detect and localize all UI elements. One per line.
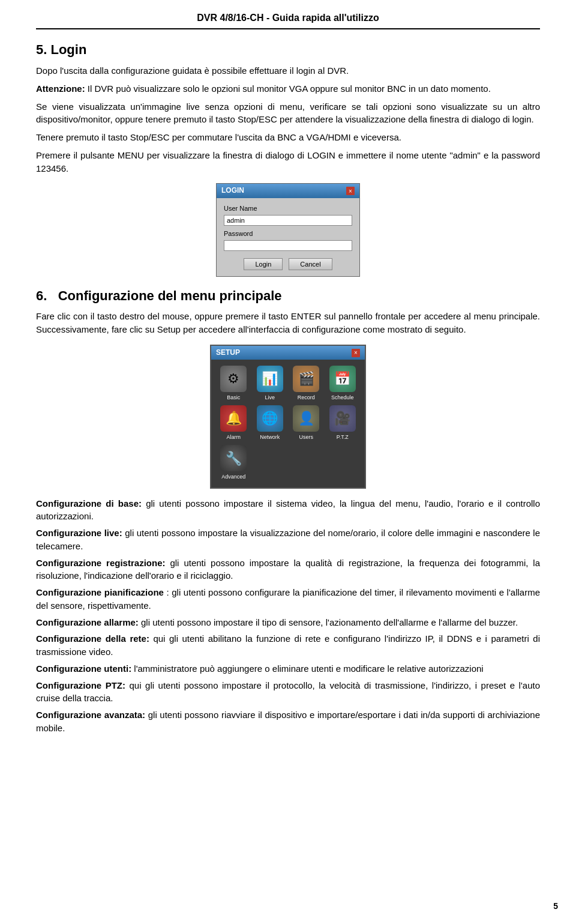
login-dialog: LOGIN × User Name Password Login Cancel: [216, 183, 360, 276]
setup-dialog: SETUP × ⚙ Basic 📊 Live 🎬 Record: [210, 345, 366, 489]
section-5-para2-rest: Il DVR può visualizzare solo le opzioni …: [85, 83, 491, 94]
live-label: Live: [265, 394, 275, 402]
config-ptz-bold: Configurazione PTZ:: [36, 680, 125, 690]
config-alarm-bold: Configurazione allarme:: [36, 617, 139, 627]
login-title: LOGIN: [221, 186, 244, 196]
config-list: Configurazione di base: gli utenti posso…: [36, 497, 540, 735]
config-basic-bold: Configurazione di base:: [36, 498, 142, 509]
config-advanced: Configurazione avanzata: gli utenti poss…: [36, 708, 540, 735]
login-title-bar: LOGIN ×: [217, 184, 359, 198]
users-icon: 👤: [293, 405, 319, 432]
config-alarm: Configurazione allarme: gli utenti posso…: [36, 616, 540, 629]
login-body: User Name Password Login Cancel: [217, 198, 359, 276]
config-schedule: Configurazione pianificazione : gli uten…: [36, 586, 540, 612]
basic-label: Basic: [227, 394, 240, 402]
login-close-button[interactable]: ×: [346, 187, 355, 195]
config-users: Configurazione utenti: l'amministratore …: [36, 662, 540, 675]
setup-item-alarm[interactable]: 🔔 Alarm: [217, 405, 250, 441]
section-5: 5. Login Dopo l'uscita dalla configurazi…: [36, 40, 540, 276]
setup-dialog-container: SETUP × ⚙ Basic 📊 Live 🎬 Record: [36, 345, 540, 489]
setup-title: SETUP: [216, 348, 240, 358]
section-5-heading: 5. Login: [36, 40, 540, 59]
advanced-label: Advanced: [221, 473, 245, 481]
setup-grid: ⚙ Basic 📊 Live 🎬 Record 📅 Schedule: [211, 360, 365, 487]
config-record: Configurazione registrazione: gli utenti…: [36, 557, 540, 583]
setup-item-schedule[interactable]: 📅 Schedule: [326, 366, 359, 402]
section-6-para1: Fare clic con il tasto destro del mouse,…: [36, 310, 540, 336]
config-basic: Configurazione di base: gli utenti posso…: [36, 497, 540, 524]
config-ptz: Configurazione PTZ: qui gli utenti posso…: [36, 679, 540, 705]
basic-icon: ⚙: [220, 366, 247, 392]
config-live: Configurazione live: gli utenti possono …: [36, 527, 540, 553]
config-alarm-rest: gli utenti possono impostare il tipo di …: [141, 617, 518, 627]
live-icon: 📊: [257, 366, 283, 392]
setup-title-bar: SETUP ×: [211, 346, 365, 360]
setup-item-advanced[interactable]: 🔧 Advanced: [220, 445, 247, 481]
config-network: Configurazione della rete: qui gli utent…: [36, 632, 540, 659]
section-6-heading: 6. Configurazione del menu principale: [36, 286, 540, 306]
advanced-icon: 🔧: [220, 445, 247, 471]
config-advanced-bold: Configurazione avanzata:: [36, 710, 145, 720]
section-5-para3: Se viene visualizzata un'immagine live s…: [36, 100, 540, 127]
section-6: 6. Configurazione del menu principale Fa…: [36, 286, 540, 735]
login-buttons: Login Cancel: [224, 258, 352, 270]
section-5-para5: Premere il pulsante MENU per visualizzar…: [36, 149, 540, 175]
setup-item-record[interactable]: 🎬 Record: [290, 366, 323, 402]
password-label: Password: [224, 229, 352, 239]
config-users-rest: l'amministratore può aggiungere o elimin…: [134, 663, 483, 674]
section-5-para1: Dopo l'uscita dalla configurazione guida…: [36, 64, 540, 77]
network-label: Network: [260, 433, 280, 441]
setup-item-users[interactable]: 👤 Users: [290, 405, 323, 441]
section-5-para2-bold: Attenzione:: [36, 83, 85, 94]
setup-item-ptz[interactable]: 🎥 P.T.Z: [326, 405, 359, 441]
alarm-icon: 🔔: [220, 405, 247, 432]
setup-item-live[interactable]: 📊 Live: [254, 366, 287, 402]
users-label: Users: [299, 433, 313, 441]
alarm-label: Alarm: [226, 433, 241, 441]
schedule-label: Schedule: [331, 394, 354, 402]
config-network-bold: Configurazione della rete:: [36, 633, 149, 644]
ptz-label: P.T.Z: [337, 433, 349, 441]
section-5-para4: Tenere premuto il tasto Stop/ESC per com…: [36, 131, 540, 144]
login-button[interactable]: Login: [244, 258, 283, 270]
config-schedule-bold: Configurazione pianificazione: [36, 587, 164, 597]
record-label: Record: [298, 394, 315, 402]
config-live-bold: Configurazione live:: [36, 528, 122, 538]
ptz-icon: 🎥: [329, 405, 356, 432]
section-5-para2: Attenzione: Il DVR può visualizzare solo…: [36, 82, 540, 95]
network-icon: 🌐: [257, 405, 283, 432]
config-users-bold: Configurazione utenti:: [36, 663, 131, 674]
cancel-button[interactable]: Cancel: [289, 258, 332, 270]
record-icon: 🎬: [293, 366, 319, 392]
config-record-bold: Configurazione registrazione:: [36, 558, 165, 568]
page-header: DVR 4/8/16-CH - Guida rapida all'utilizz…: [36, 11, 540, 29]
username-label: User Name: [224, 204, 352, 214]
setup-close-button[interactable]: ×: [352, 349, 360, 357]
setup-item-network[interactable]: 🌐 Network: [254, 405, 287, 441]
password-input[interactable]: [224, 240, 352, 251]
login-dialog-container: LOGIN × User Name Password Login Cancel: [36, 183, 540, 276]
setup-item-basic[interactable]: ⚙ Basic: [217, 366, 250, 402]
schedule-icon: 📅: [329, 366, 356, 392]
username-input[interactable]: [224, 215, 352, 226]
